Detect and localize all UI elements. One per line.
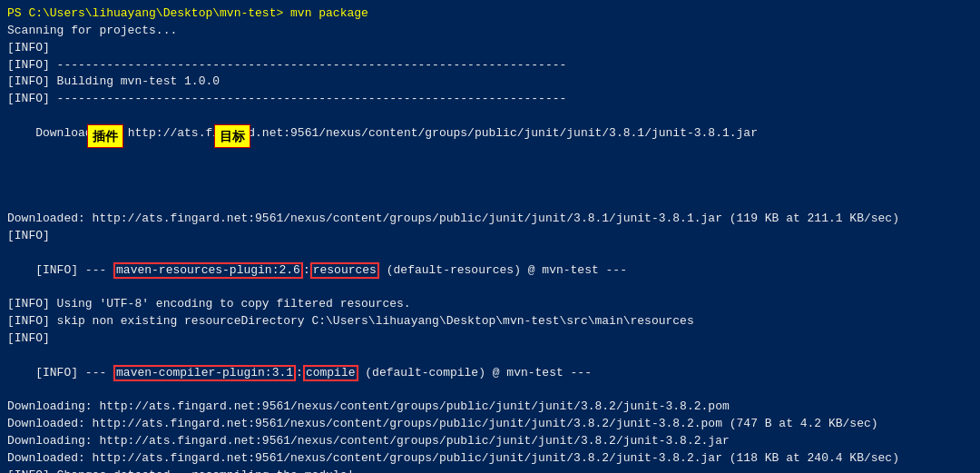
terminal-line: Scanning for projects... xyxy=(7,23,973,40)
terminal-line: [INFO] Changes detected - recompiling th… xyxy=(7,468,973,473)
terminal-line: [INFO] ---------------------------------… xyxy=(7,57,973,74)
terminal-line: [INFO] Using 'UTF-8' encoding to copy fi… xyxy=(7,296,973,313)
terminal-line-compiler1: [INFO] --- maven-compiler-plugin:3.1:com… xyxy=(7,348,973,399)
terminal-line: [INFO] xyxy=(7,330,973,348)
terminal-line: [INFO] xyxy=(7,228,973,245)
terminal-window: PS C:\Users\lihuayang\Desktop\mvn-test> … xyxy=(0,0,980,473)
terminal-line: [INFO] skip non existing resourceDirecto… xyxy=(7,313,973,330)
terminal-line: Downloaded: http://ats.fingard.net:9561/… xyxy=(7,416,973,433)
terminal-line: [INFO] xyxy=(7,40,973,57)
target-annotation: 目标 xyxy=(214,124,250,148)
terminal-line: [INFO] ---------------------------------… xyxy=(7,91,973,108)
terminal-line: Downloading: http://ats.fingard.net:9561… xyxy=(7,433,973,450)
terminal-line: Downloading: http://ats.fingard.net:9561… xyxy=(7,399,973,416)
terminal-line: Downloaded: http://ats.fingard.net:9561/… xyxy=(7,450,973,468)
terminal-line: [INFO] Building mvn-test 1.0.0 xyxy=(7,74,973,91)
plugin-annotation: 插件 xyxy=(87,124,123,148)
terminal-line-downloaded1: Downloaded: http://ats.fingard.net:9561/… xyxy=(7,211,973,228)
terminal-line-resources1: [INFO] --- maven-resources-plugin:2.6:re… xyxy=(7,245,973,297)
terminal-line-downloading1: Downloading: http://ats.fingard.net:9561… xyxy=(7,108,973,211)
terminal-line-prompt: PS C:\Users\lihuayang\Desktop\mvn-test> … xyxy=(7,5,973,23)
